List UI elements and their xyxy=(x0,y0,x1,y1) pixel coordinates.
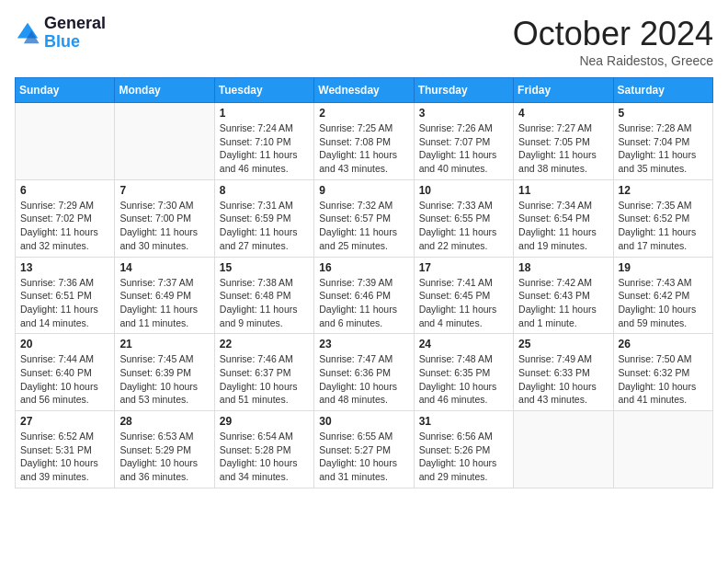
day-number: 7 xyxy=(119,184,209,197)
day-number: 5 xyxy=(619,107,708,120)
day-info: Sunrise: 7:48 AMSunset: 6:35 PMDaylight:… xyxy=(419,352,508,407)
calendar-day: 11Sunrise: 7:34 AMSunset: 6:54 PMDayligh… xyxy=(514,179,613,257)
day-number: 14 xyxy=(119,261,209,274)
calendar-day: 18Sunrise: 7:42 AMSunset: 6:43 PMDayligh… xyxy=(514,257,613,334)
calendar-day: 26Sunrise: 7:50 AMSunset: 6:32 PMDayligh… xyxy=(613,334,712,411)
day-number: 26 xyxy=(619,338,708,350)
calendar-day: 1Sunrise: 7:24 AMSunset: 7:10 PMDaylight… xyxy=(214,103,313,180)
day-header-wednesday: Wednesday xyxy=(314,78,414,103)
day-number: 28 xyxy=(119,415,209,428)
day-info: Sunrise: 7:34 AMSunset: 6:54 PMDaylight:… xyxy=(518,199,608,253)
location: Nea Raidestos, Greece xyxy=(513,53,713,68)
logo: GeneralBlue xyxy=(15,15,106,52)
day-number: 24 xyxy=(419,338,508,350)
logo-text: GeneralBlue xyxy=(44,15,106,52)
day-info: Sunrise: 7:43 AMSunset: 6:42 PMDaylight:… xyxy=(619,276,708,330)
day-number: 12 xyxy=(619,184,708,197)
day-number: 10 xyxy=(419,184,508,197)
calendar-day: 29Sunrise: 6:54 AMSunset: 5:28 PMDayligh… xyxy=(214,411,313,488)
calendar-day xyxy=(115,103,214,180)
calendar-day: 16Sunrise: 7:39 AMSunset: 6:46 PMDayligh… xyxy=(314,257,414,334)
day-info: Sunrise: 7:26 AMSunset: 7:07 PMDaylight:… xyxy=(419,121,508,176)
day-number: 19 xyxy=(619,261,708,274)
day-info: Sunrise: 7:28 AMSunset: 7:04 PMDaylight:… xyxy=(619,121,708,176)
day-number: 9 xyxy=(319,184,408,197)
day-number: 8 xyxy=(220,184,309,197)
calendar-day: 5Sunrise: 7:28 AMSunset: 7:04 PMDaylight… xyxy=(613,103,712,180)
calendar-week-4: 20Sunrise: 7:44 AMSunset: 6:40 PMDayligh… xyxy=(16,334,713,411)
day-info: Sunrise: 7:39 AMSunset: 6:46 PMDaylight:… xyxy=(319,276,408,330)
day-header-sunday: Sunday xyxy=(16,78,115,103)
page-header: GeneralBlue October 2024 Nea Raidestos, … xyxy=(15,15,713,68)
day-info: Sunrise: 7:29 AMSunset: 7:02 PMDaylight:… xyxy=(20,199,109,253)
month-title: October 2024 xyxy=(513,15,713,53)
day-info: Sunrise: 7:37 AMSunset: 6:49 PMDaylight:… xyxy=(119,276,209,330)
day-info: Sunrise: 7:50 AMSunset: 6:32 PMDaylight:… xyxy=(619,352,708,407)
day-number: 27 xyxy=(20,415,109,428)
calendar-day: 7Sunrise: 7:30 AMSunset: 7:00 PMDaylight… xyxy=(115,179,214,257)
day-number: 25 xyxy=(518,338,608,350)
day-info: Sunrise: 7:41 AMSunset: 6:45 PMDaylight:… xyxy=(419,276,508,330)
calendar-week-2: 6Sunrise: 7:29 AMSunset: 7:02 PMDaylight… xyxy=(16,179,713,257)
day-info: Sunrise: 7:25 AMSunset: 7:08 PMDaylight:… xyxy=(319,121,408,176)
day-header-monday: Monday xyxy=(115,78,214,103)
day-number: 17 xyxy=(419,261,508,274)
day-header-thursday: Thursday xyxy=(414,78,513,103)
calendar-table: SundayMondayTuesdayWednesdayThursdayFrid… xyxy=(15,77,713,488)
day-info: Sunrise: 7:44 AMSunset: 6:40 PMDaylight:… xyxy=(20,352,109,407)
day-info: Sunrise: 7:46 AMSunset: 6:37 PMDaylight:… xyxy=(220,352,309,407)
day-info: Sunrise: 7:47 AMSunset: 6:36 PMDaylight:… xyxy=(319,352,408,407)
day-info: Sunrise: 7:24 AMSunset: 7:10 PMDaylight:… xyxy=(220,121,309,176)
calendar-day: 2Sunrise: 7:25 AMSunset: 7:08 PMDaylight… xyxy=(314,103,414,180)
day-number: 29 xyxy=(220,415,309,428)
day-number: 6 xyxy=(20,184,109,197)
day-number: 30 xyxy=(319,415,408,428)
calendar-header-row: SundayMondayTuesdayWednesdayThursdayFrid… xyxy=(16,78,713,103)
calendar-day: 19Sunrise: 7:43 AMSunset: 6:42 PMDayligh… xyxy=(613,257,712,334)
title-block: October 2024 Nea Raidestos, Greece xyxy=(513,15,713,68)
calendar-day: 21Sunrise: 7:45 AMSunset: 6:39 PMDayligh… xyxy=(115,334,214,411)
day-number: 4 xyxy=(518,107,608,120)
day-number: 11 xyxy=(518,184,608,197)
calendar-day: 17Sunrise: 7:41 AMSunset: 6:45 PMDayligh… xyxy=(414,257,513,334)
calendar-day xyxy=(16,103,115,180)
day-info: Sunrise: 7:31 AMSunset: 6:59 PMDaylight:… xyxy=(220,199,309,253)
day-info: Sunrise: 7:42 AMSunset: 6:43 PMDaylight:… xyxy=(518,276,608,330)
day-header-saturday: Saturday xyxy=(613,78,712,103)
calendar-week-1: 1Sunrise: 7:24 AMSunset: 7:10 PMDaylight… xyxy=(16,103,713,180)
svg-marker-0 xyxy=(17,23,38,39)
calendar-week-3: 13Sunrise: 7:36 AMSunset: 6:51 PMDayligh… xyxy=(16,257,713,334)
logo-icon xyxy=(15,20,40,46)
calendar-day: 30Sunrise: 6:55 AMSunset: 5:27 PMDayligh… xyxy=(314,411,414,488)
calendar-day: 12Sunrise: 7:35 AMSunset: 6:52 PMDayligh… xyxy=(613,179,712,257)
day-number: 23 xyxy=(319,338,408,350)
day-info: Sunrise: 7:49 AMSunset: 6:33 PMDaylight:… xyxy=(518,352,608,407)
calendar-day: 13Sunrise: 7:36 AMSunset: 6:51 PMDayligh… xyxy=(16,257,115,334)
day-header-tuesday: Tuesday xyxy=(214,78,313,103)
day-info: Sunrise: 7:27 AMSunset: 7:05 PMDaylight:… xyxy=(518,121,608,176)
day-info: Sunrise: 7:30 AMSunset: 7:00 PMDaylight:… xyxy=(119,199,209,253)
day-info: Sunrise: 7:33 AMSunset: 6:55 PMDaylight:… xyxy=(419,199,508,253)
day-info: Sunrise: 7:35 AMSunset: 6:52 PMDaylight:… xyxy=(619,199,708,253)
calendar-day: 8Sunrise: 7:31 AMSunset: 6:59 PMDaylight… xyxy=(214,179,313,257)
day-number: 13 xyxy=(20,261,109,274)
calendar-day: 31Sunrise: 6:56 AMSunset: 5:26 PMDayligh… xyxy=(414,411,513,488)
day-number: 20 xyxy=(20,338,109,350)
calendar-day: 10Sunrise: 7:33 AMSunset: 6:55 PMDayligh… xyxy=(414,179,513,257)
calendar-day: 20Sunrise: 7:44 AMSunset: 6:40 PMDayligh… xyxy=(16,334,115,411)
calendar-day: 23Sunrise: 7:47 AMSunset: 6:36 PMDayligh… xyxy=(314,334,414,411)
day-info: Sunrise: 7:32 AMSunset: 6:57 PMDaylight:… xyxy=(319,199,408,253)
calendar-day: 24Sunrise: 7:48 AMSunset: 6:35 PMDayligh… xyxy=(414,334,513,411)
calendar-day: 25Sunrise: 7:49 AMSunset: 6:33 PMDayligh… xyxy=(514,334,613,411)
day-number: 16 xyxy=(319,261,408,274)
day-info: Sunrise: 6:55 AMSunset: 5:27 PMDaylight:… xyxy=(319,430,408,484)
day-number: 15 xyxy=(220,261,309,274)
day-info: Sunrise: 6:52 AMSunset: 5:31 PMDaylight:… xyxy=(20,430,109,484)
calendar-week-5: 27Sunrise: 6:52 AMSunset: 5:31 PMDayligh… xyxy=(16,411,713,488)
calendar-day: 14Sunrise: 7:37 AMSunset: 6:49 PMDayligh… xyxy=(115,257,214,334)
calendar-day: 9Sunrise: 7:32 AMSunset: 6:57 PMDaylight… xyxy=(314,179,414,257)
day-number: 21 xyxy=(119,338,209,350)
day-number: 18 xyxy=(518,261,608,274)
day-number: 31 xyxy=(419,415,508,428)
day-header-friday: Friday xyxy=(514,78,613,103)
